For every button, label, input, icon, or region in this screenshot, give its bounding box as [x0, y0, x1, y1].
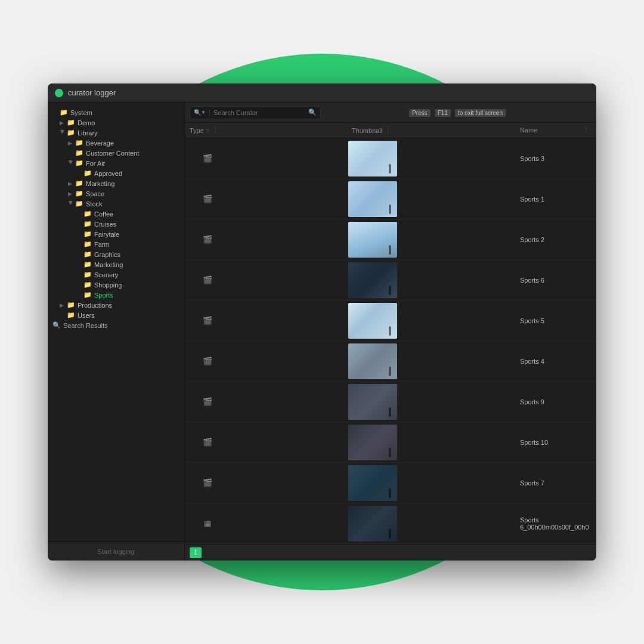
thumb-decoration [389, 164, 391, 174]
sidebar-item-label: Stock [86, 200, 103, 208]
row-type: 🎬 [190, 357, 225, 366]
thumb-decoration [389, 367, 391, 376]
sidebar-item-label: Customer Content [86, 150, 139, 157]
row-thumbnail [225, 384, 520, 420]
search-icon: 🔍 [52, 321, 61, 329]
sidebar-item-shopping[interactable]: 📁Shopping [48, 280, 184, 290]
thumb-decoration [389, 286, 391, 295]
sidebar-item-label: Space [86, 190, 104, 197]
sidebar-item-space[interactable]: ▶📁Space [48, 188, 184, 199]
table-row[interactable]: 🎬 Sports 2 [185, 219, 596, 260]
thumbnail-image [348, 343, 397, 379]
hint-text-suf: to exit full screen [455, 109, 506, 117]
tree-arrow: ▶ [68, 201, 74, 207]
sidebar-item-demo[interactable]: ▶📁Demo [48, 117, 184, 128]
search-go-button[interactable]: 🔍 [305, 109, 320, 116]
search-input[interactable] [210, 109, 305, 116]
sidebar-item-users[interactable]: 📁Users [48, 310, 184, 320]
tree-arrow: ▶ [68, 191, 74, 197]
sidebar-item-system[interactable]: 📁System [48, 107, 184, 117]
sidebar-item-label: System [70, 109, 92, 116]
row-name: Sports 6 [520, 277, 592, 284]
table-row[interactable]: ▦ Sports 6_00h00m00s00f_00h0 [185, 503, 596, 544]
hint-key-badge: F11 [435, 109, 451, 117]
video-icon: ▦ [204, 519, 211, 528]
row-thumbnail [225, 425, 520, 460]
sidebar-item-label: For Air [86, 160, 105, 167]
sidebar-item-label: Cruises [94, 221, 116, 228]
row-thumbnail [225, 222, 520, 258]
sidebar-item-coffee[interactable]: 📁Coffee [48, 209, 184, 219]
sidebar-item-fairytale[interactable]: 📁Fairytale [48, 229, 184, 239]
video-icon: 🎬 [203, 235, 212, 244]
sidebar-item-label: Scenery [94, 271, 118, 278]
sidebar-bottom: Start logging [48, 541, 184, 561]
folder-icon: 📁 [83, 220, 92, 228]
table-row[interactable]: 🎬 Sports 10 [185, 422, 596, 463]
folder-icon: 📁 [75, 139, 83, 147]
sidebar-item-sports[interactable]: 📁Sports [48, 290, 184, 300]
row-type: 🎬 [190, 438, 225, 447]
type-col-menu[interactable]: ⋮ [212, 126, 218, 134]
tree-arrow: ▶ [60, 130, 66, 136]
sidebar-item-label: Graphics [94, 251, 120, 258]
sidebar-item-scenery[interactable]: 📁Scenery [48, 270, 184, 280]
sidebar-item-label: Marketing [94, 261, 123, 268]
thumb-decoration [389, 448, 391, 457]
video-icon: 🎬 [203, 438, 212, 447]
sidebar-item-search-results[interactable]: 🔍 Search Results [48, 320, 184, 330]
row-thumbnail [225, 506, 520, 541]
sidebar-item-library[interactable]: ▶📁Library [48, 128, 184, 138]
row-thumbnail [225, 141, 520, 177]
table-row[interactable]: 🎬 Sports 9 [185, 382, 596, 422]
sidebar-item-stock[interactable]: ▶📁Stock [48, 199, 184, 209]
table-row[interactable]: 🎬 Sports 4 [185, 341, 596, 382]
sidebar-item-graphics[interactable]: 📁Graphics [48, 249, 184, 259]
tree-arrow: ▶ [60, 120, 66, 126]
thumb-decoration [389, 407, 391, 417]
sidebar-item-cruises[interactable]: 📁Cruises [48, 219, 184, 229]
name-col-menu[interactable]: ⋮ [583, 126, 589, 134]
sidebar-item-marketing[interactable]: 📁Marketing [48, 259, 184, 270]
folder-icon: 📁 [83, 250, 92, 258]
sidebar: 📁System▶📁Demo▶📁Library▶📁Beverage📁Custome… [48, 103, 185, 561]
toolbar-hint: Press F11 to exit full screen [323, 109, 592, 116]
tree-arrow: ▶ [68, 181, 74, 187]
folder-icon: 📁 [83, 240, 92, 248]
table-row[interactable]: 🎬 Sports 5 [185, 301, 596, 341]
tree-arrow: ▶ [68, 140, 74, 146]
thumbnail-image [348, 141, 397, 177]
row-type: 🎬 [190, 397, 225, 406]
search-type-button[interactable]: 🔍 ▼ [190, 109, 210, 116]
sidebar-item-marketing[interactable]: ▶📁Marketing [48, 178, 184, 188]
folder-icon: 📁 [75, 179, 83, 187]
sidebar-item-productions[interactable]: ▶📁Productions [48, 300, 184, 310]
folder-icon: 📁 [83, 230, 92, 238]
sidebar-item-beverage[interactable]: ▶📁Beverage [48, 138, 184, 148]
tree-arrow: ▶ [60, 302, 66, 308]
table-body: 🎬 Sports 3 🎬 Sports 1 🎬 Sports 2 [185, 138, 596, 544]
row-thumbnail [225, 303, 520, 339]
page-1-button[interactable]: 1 [190, 547, 202, 558]
row-name: Sports 10 [520, 439, 592, 446]
sidebar-item-label: Productions [78, 302, 112, 309]
sidebar-item-approved[interactable]: 📁Approved [48, 168, 184, 178]
video-icon: 🎬 [203, 357, 212, 366]
video-icon: 🎬 [203, 194, 212, 203]
sidebar-item-farm[interactable]: 📁Farm [48, 239, 184, 249]
thumb-col-menu[interactable]: ⋮ [385, 126, 391, 134]
right-panel: 🔍 ▼ 🔍 Press F11 to exit full screen Type… [185, 103, 596, 561]
table-row[interactable]: 🎬 Sports 3 [185, 138, 596, 179]
table-row[interactable]: 🎬 Sports 7 [185, 463, 596, 503]
table-row[interactable]: 🎬 Sports 1 [185, 179, 596, 219]
sidebar-item-label: Users [78, 312, 95, 319]
table-row[interactable]: 🎬 Sports 6 [185, 260, 596, 301]
folder-icon: 📁 [67, 301, 75, 309]
thumbnail-image [348, 222, 397, 258]
sidebar-item-label: Search Results [63, 322, 108, 329]
folder-icon: 📁 [83, 169, 92, 177]
row-name: Sports 3 [520, 155, 592, 162]
sidebar-item-label: Beverage [86, 140, 114, 147]
sidebar-item-customer-content[interactable]: 📁Customer Content [48, 148, 184, 158]
sidebar-item-for-air[interactable]: ▶📁For Air [48, 158, 184, 168]
